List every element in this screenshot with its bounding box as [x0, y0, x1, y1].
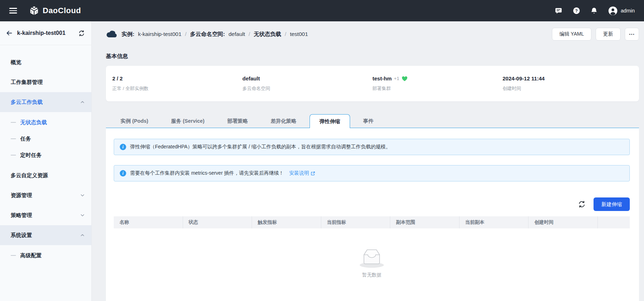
basic-info-title: 基本信息: [106, 53, 639, 60]
brand: DaoCloud: [29, 6, 81, 16]
sidebar-item-system-settings[interactable]: 系统设置: [0, 225, 91, 245]
tab-pods[interactable]: 实例 (Pods): [111, 114, 158, 128]
bell-icon[interactable]: [590, 7, 598, 15]
breadcrumb-workload: test001: [290, 31, 308, 37]
stat-namespace: default 多云命名空间: [242, 75, 372, 92]
breadcrumb-label-stateless: 无状态负载: [254, 31, 281, 38]
tab-events[interactable]: 事件: [354, 114, 383, 128]
sidebar-item-resource-management[interactable]: 资源管理: [0, 185, 91, 205]
breadcrumb-label-namespace: 多云命名空间:: [190, 31, 225, 38]
tab-panel: i 弹性伸缩（FederatedHPA）策略可以跨多个集群扩展 / 缩小工作负载…: [106, 128, 639, 301]
refresh-icon[interactable]: [578, 200, 586, 208]
user-menu[interactable]: admin: [608, 6, 635, 16]
column-header-status: 状态: [183, 216, 252, 228]
external-link-icon: [311, 171, 315, 176]
sidebar: k-kairship-test001 概览 工作集群管理 多云工作负载 无状态负…: [0, 21, 92, 301]
column-header-replica-range: 副本范围: [390, 216, 460, 228]
basic-info-card: 2 / 2 正常 / 全部实例数 default 多云命名空间 test-hm …: [106, 66, 639, 101]
chevron-up-icon: [80, 100, 85, 105]
svg-text:?: ?: [575, 9, 578, 14]
switch-cluster-icon[interactable]: [78, 30, 85, 37]
column-header-actions: [598, 216, 630, 228]
sidebar-item-overview[interactable]: 概览: [0, 52, 91, 72]
tab-differentiation-policy[interactable]: 差异化策略: [261, 114, 306, 128]
breadcrumb-cluster[interactable]: k-kairship-test001: [138, 31, 181, 37]
update-button[interactable]: 更新: [596, 28, 621, 41]
help-icon[interactable]: ?: [573, 7, 580, 15]
back-icon[interactable]: [6, 30, 13, 37]
column-header-trigger-metric: 触发指标: [252, 216, 321, 228]
column-header-current-replicas: 当前副本: [460, 216, 529, 228]
sidebar-item-policy-management[interactable]: 策略管理: [0, 205, 91, 225]
table-header-row: 名称 状态 触发指标 当前指标 副本范围 当前副本 创建时间: [114, 216, 630, 228]
breadcrumb-label-instance: 实例:: [122, 31, 134, 38]
chat-icon[interactable]: [555, 7, 563, 15]
dash-icon: [11, 122, 16, 123]
chevron-down-icon: [80, 193, 85, 198]
sidebar-nav: 概览 工作集群管理 多云工作负载 无状态负载 任务 定时任务 多云自定义资源 资…: [0, 45, 91, 266]
create-scaling-button[interactable]: 新建伸缩: [594, 197, 630, 211]
tab-bar: 实例 (Pods) 服务 (Service) 部署策略 差异化策略 弹性伸缩 事…: [106, 114, 639, 128]
sidebar-item-stateless-workloads[interactable]: 无状态负载: [0, 114, 91, 131]
sidebar-item-multicloud-custom-resources[interactable]: 多云自定义资源: [0, 165, 91, 185]
install-guide-link[interactable]: 安装说明: [289, 170, 315, 176]
topbar: DaoCloud ? admin: [0, 0, 644, 21]
sidebar-item-multicloud-workloads[interactable]: 多云工作负载: [0, 92, 91, 112]
dash-icon: [11, 255, 16, 256]
column-header-created-at: 创建时间: [528, 216, 598, 228]
breadcrumb: 实例: k-kairship-test001 / 多云命名空间: default…: [106, 30, 308, 38]
stat-created: 2024-09-12 11:44 创建时间: [503, 75, 633, 92]
column-header-name: 名称: [114, 216, 183, 228]
daocloud-logo-icon: [29, 6, 39, 16]
info-alert-hpa: i 弹性伸缩（FederatedHPA）策略可以跨多个集群扩展 / 缩小工作负载…: [114, 139, 630, 155]
tab-elastic-scaling[interactable]: 弹性伸缩: [310, 114, 350, 128]
chevron-down-icon: [80, 213, 85, 218]
info-alert-metrics-server: i 需要在每个工作集群内安装 metrics-server 插件，请先安装后再继…: [114, 165, 630, 181]
cloud-icon: [106, 30, 118, 38]
avatar: [608, 6, 618, 16]
empty-state: 暂无数据: [114, 246, 630, 278]
brand-name: DaoCloud: [43, 6, 81, 15]
tab-service[interactable]: 服务 (Service): [161, 114, 214, 128]
more-actions-button[interactable]: •••: [625, 28, 639, 41]
health-heart-icon: [402, 76, 408, 81]
cluster-name: k-kairship-test001: [17, 30, 74, 36]
info-icon: i: [120, 144, 126, 150]
dash-icon: [11, 138, 16, 139]
info-icon: i: [120, 170, 126, 176]
empty-state-text: 暂无数据: [362, 272, 381, 278]
table-toolbar: 新建伸缩: [114, 192, 630, 216]
username: admin: [621, 8, 635, 14]
main-content: 实例: k-kairship-test001 / 多云命名空间: default…: [92, 21, 644, 301]
tab-deploy-policy[interactable]: 部署策略: [218, 114, 257, 128]
breadcrumb-namespace[interactable]: default: [229, 31, 245, 37]
sidebar-item-advanced-config[interactable]: 高级配置: [0, 247, 91, 264]
dash-icon: [11, 155, 16, 156]
sidebar-item-jobs[interactable]: 任务: [0, 131, 91, 147]
sidebar-item-worker-clusters[interactable]: 工作集群管理: [0, 72, 91, 92]
column-header-current-metric: 当前指标: [321, 216, 391, 228]
stat-clusters: test-hm +1 部署集群: [372, 75, 503, 92]
stat-instances: 2 / 2 正常 / 全部实例数: [112, 75, 242, 92]
edit-yaml-button[interactable]: 编辑 YAML: [552, 28, 591, 41]
chevron-up-icon: [80, 233, 85, 238]
menu-icon[interactable]: [9, 8, 17, 14]
empty-box-icon: [358, 246, 386, 268]
sidebar-item-cronjobs[interactable]: 定时任务: [0, 147, 91, 163]
cluster-count-badge: +1: [394, 76, 399, 81]
